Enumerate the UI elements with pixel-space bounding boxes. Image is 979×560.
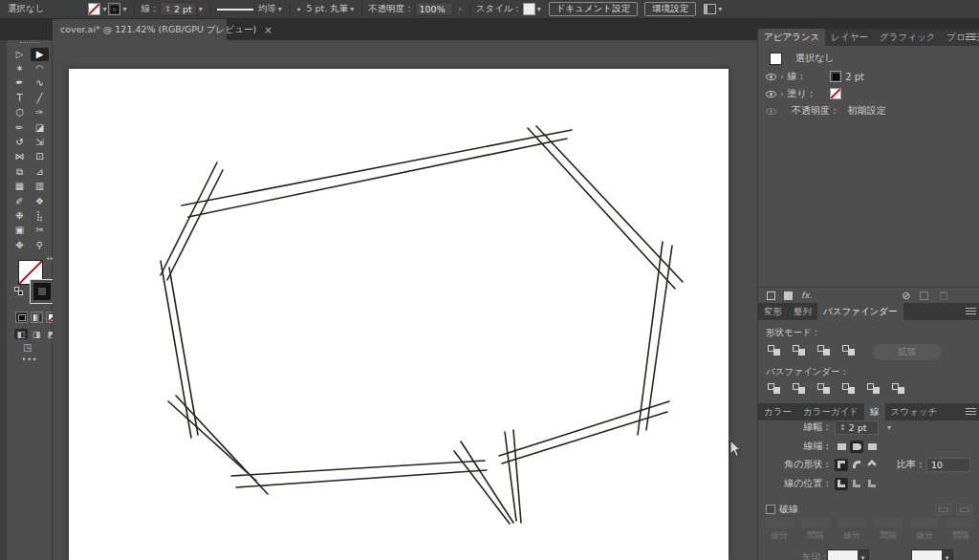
shape-mode-button-1[interactable] <box>766 343 782 357</box>
artboard[interactable] <box>69 69 729 560</box>
duplicate-item-icon[interactable] <box>920 291 928 300</box>
color-mode-button[interactable] <box>15 312 28 323</box>
arrowhead-start-select[interactable]: ▾ <box>827 549 869 560</box>
tool-lasso-tool[interactable]: ◠ <box>31 62 49 75</box>
tool-magic-wand-tool[interactable]: ✶ <box>11 62 29 75</box>
tab-transform[interactable]: 変形 <box>758 303 788 320</box>
gradient-mode-button[interactable] <box>31 312 43 323</box>
pathfinder-button-4[interactable] <box>840 381 857 396</box>
align-outside-button[interactable] <box>865 478 879 490</box>
pathfinder-button-2[interactable] <box>791 381 807 396</box>
stroke-color-swatch[interactable] <box>108 3 120 15</box>
draw-normal-button[interactable]: ◧ <box>14 329 28 339</box>
style-swatch[interactable] <box>523 3 535 15</box>
tab-appearance[interactable]: アピアランス <box>758 29 825 46</box>
stroke-color-thumb[interactable] <box>830 71 841 82</box>
align-center-button[interactable] <box>835 478 848 490</box>
shape-mode-button-3[interactable] <box>816 343 832 357</box>
tool-line-segment-tool[interactable]: ╱ <box>31 92 49 105</box>
panel-menu-icon[interactable] <box>966 311 976 312</box>
tab-layers[interactable]: レイヤー <box>825 29 874 46</box>
workspace-icon[interactable] <box>704 4 716 14</box>
stepper-icon[interactable]: ↕ <box>164 5 171 13</box>
visibility-eye-icon[interactable] <box>766 108 776 115</box>
preferences-button[interactable]: 環境設定 <box>644 2 696 16</box>
appearance-stroke-row[interactable]: › 線 : 2 pt <box>766 70 864 83</box>
tool-mesh-tool[interactable]: ▦ <box>11 180 29 193</box>
draw-behind-button[interactable]: ◨ <box>30 329 43 339</box>
sketch-speech-bubble[interactable] <box>69 69 729 560</box>
join-bevel-button[interactable] <box>865 459 879 471</box>
pathfinder-button-5[interactable] <box>865 381 881 396</box>
tab-pathfinder[interactable]: パスファインダー <box>817 303 903 320</box>
tool-shape-builder-tool[interactable]: ⧉ <box>11 165 29 179</box>
tab-graphic[interactable]: グラフィック <box>874 29 941 46</box>
chevron-down-icon[interactable]: ▾ <box>887 423 891 432</box>
tab-stroke[interactable]: 線 <box>864 403 885 420</box>
tool-slice-tool[interactable]: ✂ <box>31 224 49 237</box>
visibility-eye-icon[interactable] <box>766 91 776 97</box>
tool-zoom-tool[interactable]: ⚲ <box>31 239 49 252</box>
pathfinder-button-3[interactable] <box>816 381 832 396</box>
tool-paintbrush-tool[interactable]: ✑ <box>31 106 49 119</box>
tool-free-transform-tool[interactable]: ⊡ <box>31 150 49 163</box>
tool-width-tool[interactable]: ⋈ <box>11 150 29 163</box>
pasteboard[interactable] <box>53 40 757 560</box>
tool-selection-tool[interactable]: ▷ <box>11 48 29 61</box>
tool-artboard-tool[interactable]: ▣ <box>11 224 29 237</box>
document-setup-button[interactable]: ドキュメント設定 <box>549 2 638 16</box>
tool-type-tool[interactable]: T <box>11 92 29 105</box>
visibility-eye-icon[interactable] <box>766 74 776 80</box>
screen-mode-button[interactable]: ◳ <box>23 342 32 353</box>
fill-color-swatch[interactable] <box>88 3 100 15</box>
clear-appearance-icon[interactable]: ⊘ <box>902 290 910 302</box>
panel-menu-icon[interactable] <box>966 36 976 37</box>
chevron-right-icon[interactable]: › <box>780 72 784 81</box>
stroke-width-field[interactable]: ↕ 2 pt <box>160 2 197 16</box>
chevron-down-icon[interactable]: ▾ <box>199 5 203 13</box>
tool-graph-tool[interactable]: ⣧ <box>31 209 49 223</box>
pathfinder-button-1[interactable] <box>766 381 782 396</box>
shape-mode-button-2[interactable] <box>791 343 807 357</box>
tool-rotate-tool[interactable]: ↺ <box>11 136 29 149</box>
opacity-field[interactable]: 100% <box>415 2 453 16</box>
tool-eyedropper-tool[interactable]: ✐ <box>11 195 29 208</box>
shape-mode-button-4[interactable] <box>840 343 857 357</box>
tab-color[interactable]: カラー <box>758 403 797 420</box>
panel-menu-icon[interactable] <box>966 411 976 412</box>
chevron-down-icon[interactable]: ▾ <box>122 5 126 13</box>
arrowhead-end-select[interactable]: ▾ <box>911 549 953 560</box>
fill-none-thumb[interactable] <box>830 88 841 99</box>
tool-perspective-grid-tool[interactable]: ⊿ <box>31 165 49 179</box>
cap-projecting-button[interactable] <box>865 441 879 453</box>
cap-round-button[interactable] <box>850 441 863 453</box>
tool-pen-tool[interactable]: ✒ <box>11 76 29 90</box>
dashed-line-checkbox[interactable] <box>766 505 775 514</box>
appearance-fill-row[interactable]: › 塗り : <box>766 87 841 100</box>
tool-hand-tool[interactable]: ✥ <box>11 239 29 252</box>
close-icon[interactable]: × <box>264 25 272 35</box>
tool-gradient-tool[interactable]: ▥ <box>31 180 49 193</box>
tool-eraser-tool[interactable]: ◪ <box>31 121 49 135</box>
stroke-width-field[interactable]: ↕ 2 pt <box>835 420 879 435</box>
chevron-down-icon[interactable]: ▾ <box>718 5 722 13</box>
pathfinder-button-6[interactable] <box>890 381 906 396</box>
tool-direct-selection-tool[interactable]: ▶ <box>31 48 49 61</box>
tool-curvature-tool[interactable]: ∿ <box>31 76 49 90</box>
cap-butt-button[interactable] <box>835 441 848 453</box>
tool-shaper-tool[interactable]: ⬡ <box>11 106 29 119</box>
tool-blend-tool[interactable]: ❖ <box>31 195 49 208</box>
tab-color-guide[interactable]: カラーガイド <box>797 403 864 420</box>
tool-pencil-tool[interactable]: ✏ <box>11 121 29 135</box>
brush-dropdown[interactable]: • 5 pt. 丸筆 ▾ <box>296 0 356 19</box>
miter-limit-field[interactable]: 10 <box>926 458 970 472</box>
tab-swatches[interactable]: スウォッチ <box>885 403 944 420</box>
add-effect-icon[interactable]: fx. <box>801 291 812 300</box>
panel-grip[interactable] <box>20 42 39 44</box>
tab-properties[interactable]: プロパティ <box>941 29 979 46</box>
variable-width-dropdown[interactable]: 均等 ▾ <box>217 0 284 19</box>
default-fill-stroke-icon[interactable] <box>14 287 23 295</box>
join-miter-button[interactable] <box>835 459 848 471</box>
join-round-button[interactable] <box>850 459 863 471</box>
add-fill-icon[interactable] <box>784 291 793 300</box>
